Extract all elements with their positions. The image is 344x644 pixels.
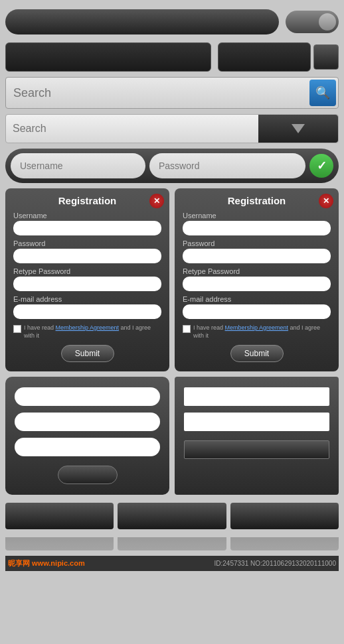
reg-username-right[interactable] <box>183 221 331 235</box>
search-input-2[interactable] <box>6 123 258 135</box>
credentials-row: ✓ <box>5 149 339 183</box>
reg-title-left: Registration <box>13 195 161 206</box>
login-username-right[interactable] <box>184 387 329 406</box>
submit-button-left[interactable]: Submit <box>61 345 114 362</box>
reg-password-left[interactable] <box>13 249 161 263</box>
wide-button[interactable] <box>5 9 279 34</box>
agreement-checkbox-right[interactable] <box>183 325 191 333</box>
reg-email-left[interactable] <box>13 304 161 319</box>
password-label-right: Password <box>183 239 331 247</box>
watermark-logo: 昵享网 www.nipic.com <box>8 558 85 568</box>
row1 <box>5 7 339 37</box>
checkbox-row-right: I have read Membership Agreement and I a… <box>183 324 331 340</box>
login-button-right[interactable] <box>184 440 329 459</box>
dropdown-area[interactable] <box>258 115 338 143</box>
search-row2 <box>5 114 339 143</box>
dark-input-left[interactable] <box>5 42 211 72</box>
submit-button-right[interactable]: Submit <box>230 345 284 362</box>
reflect-1 <box>5 537 114 550</box>
reg-password-right[interactable] <box>183 249 331 263</box>
membership-link-left[interactable]: Membership Agreement <box>56 324 120 331</box>
chevron-down-icon <box>292 124 305 133</box>
reflect-2 <box>118 537 226 550</box>
login-username-left[interactable] <box>15 387 160 406</box>
bottom-button-1[interactable] <box>5 503 114 529</box>
retype-label-right: Retype Password <box>183 267 331 275</box>
username-label-right: Username <box>183 212 331 220</box>
square-button[interactable] <box>313 44 339 70</box>
login-panels-row <box>5 377 339 495</box>
membership-link-right[interactable]: Membership Agreement <box>225 324 289 331</box>
bottom-button-3[interactable] <box>230 503 339 529</box>
reg-retype-right[interactable] <box>183 277 331 291</box>
dark-input-right[interactable] <box>218 42 311 72</box>
password-input[interactable] <box>149 153 305 178</box>
retype-label-left: Retype Password <box>13 267 161 275</box>
checkbox-row-left: I have read Membership Agreement and I a… <box>13 324 161 340</box>
search-icon: 🔍 <box>315 86 330 100</box>
bottom-button-row <box>5 500 339 532</box>
search-row1: 🔍 <box>5 77 339 109</box>
reg-email-right[interactable] <box>183 304 331 319</box>
watermark-id: ID:2457331 NO:20110629132020111000 <box>215 560 337 567</box>
login-panel-left <box>5 377 169 495</box>
bottom-button-2[interactable] <box>118 503 226 529</box>
toggle-button[interactable] <box>286 11 339 33</box>
registration-form-right: Registration ✕ Username Password Retype … <box>175 188 339 371</box>
watermark-bar: 昵享网 www.nipic.com ID:2457331 NO:20110629… <box>5 556 339 571</box>
reg-username-left[interactable] <box>13 221 161 235</box>
username-input[interactable] <box>11 153 145 178</box>
search-icon-button[interactable]: 🔍 <box>309 80 336 106</box>
login-panel-right <box>175 377 339 495</box>
agreement-text-left: I have read Membership Agreement and I a… <box>24 324 161 340</box>
login-extra-left[interactable] <box>15 438 160 456</box>
search-input-1[interactable] <box>8 86 309 100</box>
dark-input-right-wrap <box>218 42 339 72</box>
password-label-left: Password <box>13 239 161 247</box>
agreement-checkbox-left[interactable] <box>13 325 21 333</box>
reg-title-right: Registration <box>183 195 331 206</box>
registration-form-left: Registration ✕ Username Password Retype … <box>5 188 169 371</box>
login-button-left[interactable] <box>58 466 118 484</box>
login-password-right[interactable] <box>184 413 329 431</box>
username-label-left: Username <box>13 212 161 220</box>
registration-row: Registration ✕ Username Password Retype … <box>5 188 339 371</box>
reg-retype-left[interactable] <box>13 277 161 291</box>
email-label-left: E-mail address <box>13 295 161 303</box>
agreement-text-right: I have read Membership Agreement and I a… <box>193 324 331 340</box>
bottom-button-reflection <box>5 537 339 550</box>
close-button-left[interactable]: ✕ <box>149 194 164 208</box>
email-label-right: E-mail address <box>183 295 331 303</box>
close-button-right[interactable]: ✕ <box>319 194 333 208</box>
check-icon: ✓ <box>317 159 327 173</box>
checkmark-button[interactable]: ✓ <box>309 154 333 178</box>
reflect-3 <box>230 537 339 550</box>
main-container: 🔍 ✓ Registration ✕ Username Password Ret… <box>0 0 344 578</box>
row2 <box>5 42 339 72</box>
login-password-left[interactable] <box>15 413 160 431</box>
